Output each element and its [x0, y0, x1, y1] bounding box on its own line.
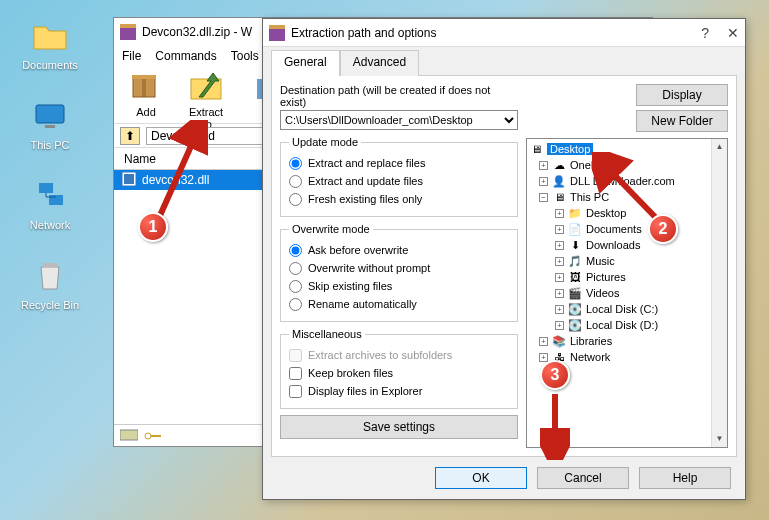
extraction-dialog: Extraction path and options ? ✕ General … [262, 18, 746, 500]
svg-rect-13 [120, 430, 138, 440]
expand-icon[interactable]: + [555, 305, 564, 314]
expand-icon[interactable]: + [555, 321, 564, 330]
expand-icon[interactable]: + [555, 241, 564, 250]
tree-node[interactable]: OneDri [570, 159, 605, 171]
tree-node[interactable]: Downloads [586, 239, 640, 251]
check-display-explorer[interactable]: Display files in Explorer [289, 382, 509, 400]
tab-general[interactable]: General [271, 50, 340, 76]
radio-rename-auto[interactable]: Rename automatically [289, 295, 509, 313]
radio-fresh-only[interactable]: Fresh existing files only [289, 190, 509, 208]
desktop-icon: 🖥 [529, 143, 543, 155]
tree-node[interactable]: Local Disk (C:) [586, 303, 658, 315]
disk-icon: 💽 [568, 319, 582, 332]
tree-node[interactable]: Local Disk (D:) [586, 319, 658, 331]
network-icon [30, 176, 70, 216]
dll-file-icon [122, 172, 136, 189]
extract-to-icon [188, 68, 224, 104]
menu-commands[interactable]: Commands [155, 49, 216, 63]
tree-node[interactable]: Pictures [586, 271, 626, 283]
tree-node[interactable]: This PC [570, 191, 609, 203]
expand-icon[interactable]: + [555, 273, 564, 282]
tree-node-desktop[interactable]: Desktop [547, 143, 593, 155]
expand-icon[interactable]: + [539, 337, 548, 346]
expand-icon[interactable]: + [555, 209, 564, 218]
help-icon[interactable]: ? [701, 25, 709, 41]
tree-node[interactable]: Network [570, 351, 610, 363]
svg-rect-7 [133, 77, 155, 97]
radio-extract-update[interactable]: Extract and update files [289, 172, 509, 190]
expand-icon[interactable]: + [555, 257, 564, 266]
annotation-callout-1: 1 [138, 212, 168, 242]
documents-icon: 📄 [568, 223, 582, 236]
desktop-icon-label: Documents [22, 59, 78, 71]
desktop-icon-network[interactable]: Network [16, 176, 84, 231]
winrar-title: Devcon32.dll.zip - W [142, 25, 252, 39]
svg-rect-2 [39, 183, 53, 193]
tree-node[interactable]: Videos [586, 287, 619, 299]
svg-rect-1 [45, 125, 55, 128]
overwrite-mode-legend: Overwrite mode [289, 223, 373, 235]
tree-node[interactable]: Libraries [570, 335, 612, 347]
update-mode-legend: Update mode [289, 136, 361, 148]
tree-scrollbar[interactable]: ▲▼ [711, 139, 727, 447]
svg-point-14 [145, 433, 151, 439]
menu-file[interactable]: File [122, 49, 141, 63]
tree-node[interactable]: DLL Downloader.com [570, 175, 675, 187]
tree-node[interactable]: Music [586, 255, 615, 267]
ok-button[interactable]: OK [435, 467, 527, 489]
expand-icon[interactable]: + [539, 177, 548, 186]
up-folder-button[interactable]: ⬆ [120, 127, 140, 145]
radio-overwrite-noprompt[interactable]: Overwrite without prompt [289, 259, 509, 277]
desktop-icon-recycle-bin[interactable]: Recycle Bin [16, 256, 84, 311]
cancel-button[interactable]: Cancel [537, 467, 629, 489]
svg-rect-0 [36, 105, 64, 123]
libraries-icon: 📚 [552, 335, 566, 348]
file-name: devcon32.dll [142, 173, 209, 187]
destination-path-label: Destination path (will be created if doe… [280, 84, 518, 108]
desktop-icon-this-pc[interactable]: This PC [16, 96, 84, 151]
svg-rect-4 [43, 263, 57, 267]
tree-node[interactable]: Documents [586, 223, 642, 235]
expand-icon[interactable]: + [539, 353, 548, 362]
radio-ask-overwrite[interactable]: Ask before overwrite [289, 241, 509, 259]
toolbar-extract-to-button[interactable]: Extract To [182, 68, 230, 123]
new-folder-button[interactable]: New Folder [636, 110, 728, 132]
desktop-icon-documents[interactable]: Documents [16, 16, 84, 71]
folder-tree[interactable]: 🖥Desktop +☁OneDri +👤DLL Downloader.com −… [526, 138, 728, 448]
annotation-callout-3: 3 [540, 360, 570, 390]
status-disk-icon [120, 427, 138, 445]
update-mode-group: Update mode Extract and replace files Ex… [280, 136, 518, 217]
expand-icon[interactable]: + [555, 225, 564, 234]
scroll-up-icon[interactable]: ▲ [712, 139, 727, 155]
destination-path-input[interactable]: C:\Users\DllDownloader_com\Desktop [280, 110, 518, 130]
misc-legend: Miscellaneous [289, 328, 365, 340]
radio-extract-replace[interactable]: Extract and replace files [289, 154, 509, 172]
tree-node[interactable]: Desktop [586, 207, 626, 219]
toolbar-label: Add [136, 106, 156, 118]
disk-icon: 💽 [568, 303, 582, 316]
expand-icon[interactable]: + [539, 161, 548, 170]
check-subfolders[interactable]: Extract archives to subfolders [289, 346, 509, 364]
svg-rect-6 [120, 24, 136, 28]
desktop-icon-label: Network [30, 219, 70, 231]
check-keep-broken[interactable]: Keep broken files [289, 364, 509, 382]
overwrite-mode-group: Overwrite mode Ask before overwrite Over… [280, 223, 518, 322]
toolbar-add-button[interactable]: Add [122, 68, 170, 123]
scroll-down-icon[interactable]: ▼ [712, 431, 727, 447]
display-button[interactable]: Display [636, 84, 728, 106]
expand-icon[interactable]: + [555, 289, 564, 298]
save-settings-button[interactable]: Save settings [280, 415, 518, 439]
menu-tools[interactable]: Tools [231, 49, 259, 63]
radio-skip-existing[interactable]: Skip existing files [289, 277, 509, 295]
tab-advanced[interactable]: Advanced [340, 50, 419, 76]
tab-panel-general: Destination path (will be created if doe… [271, 75, 737, 457]
dialog-titlebar[interactable]: Extraction path and options ? ✕ [263, 19, 745, 47]
music-icon: 🎵 [568, 255, 582, 268]
svg-rect-12 [124, 174, 134, 184]
close-icon[interactable]: ✕ [727, 25, 739, 41]
recycle-bin-icon [30, 256, 70, 296]
up-arrow-icon: ⬆ [125, 129, 135, 143]
misc-group: Miscellaneous Extract archives to subfol… [280, 328, 518, 409]
help-button[interactable]: Help [639, 467, 731, 489]
collapse-icon[interactable]: − [539, 193, 548, 202]
